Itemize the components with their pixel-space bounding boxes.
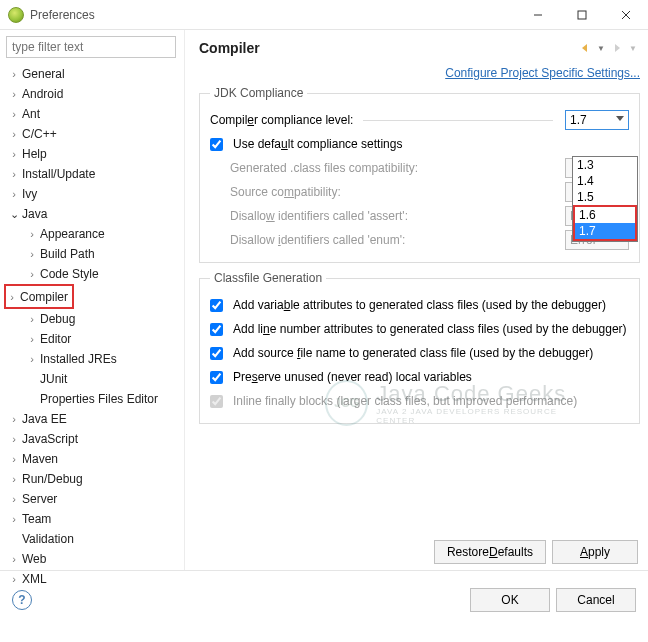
close-button[interactable] [604, 0, 648, 30]
forward-menu-icon[interactable]: ▼ [626, 41, 640, 55]
maximize-button[interactable] [560, 0, 604, 30]
chevron-right-icon[interactable]: › [8, 469, 20, 489]
chevron-right-icon[interactable]: › [26, 224, 38, 244]
dropdown-option[interactable]: 1.3 [573, 157, 637, 173]
tree-node[interactable]: ›Web [4, 549, 180, 569]
chevron-right-icon[interactable]: › [6, 287, 18, 307]
dropdown-option[interactable]: 1.5 [573, 189, 637, 205]
separator [363, 120, 553, 121]
forward-icon[interactable] [610, 41, 624, 55]
apply-button[interactable]: Apply [552, 540, 638, 564]
tree-node[interactable]: ›Debug [4, 309, 180, 329]
back-menu-icon[interactable]: ▼ [594, 41, 608, 55]
tree-node[interactable]: ›Build Path [4, 244, 180, 264]
tree-node[interactable]: JUnit [4, 369, 180, 389]
settings-page: Compiler ▼ ▼ Configure Project Specific … [185, 30, 648, 570]
tree-node[interactable]: ›Android [4, 84, 180, 104]
compliance-select[interactable]: 1.7 [565, 110, 629, 130]
tree-node[interactable]: ›Ant [4, 104, 180, 124]
chevron-right-icon[interactable]: › [8, 509, 20, 529]
dropdown-highlight-box: 1.6 1.7 [573, 205, 637, 241]
chevron-right-icon[interactable]: › [26, 244, 38, 264]
window-title: Preferences [30, 8, 516, 22]
chevron-right-icon[interactable]: › [8, 164, 20, 184]
preferences-tree[interactable]: ›General›Android›Ant›C/C++›Help›Install/… [4, 64, 180, 589]
source-label: Source compatibility: [230, 185, 341, 199]
tree-node[interactable]: ›Code Style [4, 264, 180, 284]
jdk-legend: JDK Compliance [210, 86, 307, 100]
preserve-checkbox[interactable] [210, 371, 223, 384]
minimize-button[interactable] [516, 0, 560, 30]
page-header: Compiler ▼ ▼ [199, 34, 640, 62]
main-content: ›General›Android›Ant›C/C++›Help›Install/… [0, 30, 648, 570]
tree-node[interactable]: ›Installed JREs [4, 349, 180, 369]
tree-node-label: JavaScript [20, 429, 80, 449]
add-line-label: Add line number attributes to generated … [233, 322, 627, 336]
tree-node[interactable]: ›Java EE [4, 409, 180, 429]
tree-node[interactable]: ›C/C++ [4, 124, 180, 144]
chevron-right-icon[interactable]: › [26, 349, 38, 369]
tree-node[interactable]: ⌄Java [4, 204, 180, 224]
tree-node[interactable]: ›Team [4, 509, 180, 529]
dropdown-option-selected[interactable]: 1.7 [575, 223, 635, 239]
preserve-label: Preserve unused (never read) local varia… [233, 370, 472, 384]
tree-node[interactable]: ›Install/Update [4, 164, 180, 184]
chevron-right-icon[interactable]: › [26, 264, 38, 284]
chevron-right-icon[interactable]: › [8, 144, 20, 164]
tree-node[interactable]: Properties Files Editor [4, 389, 180, 409]
assert-label: Disallow identifiers called 'assert': [230, 209, 408, 223]
chevron-right-icon[interactable]: › [8, 549, 20, 569]
chevron-right-icon[interactable]: › [8, 409, 20, 429]
generated-row: Generated .class files compatibility: [210, 156, 629, 180]
compliance-dropdown[interactable]: 1.3 1.4 1.5 1.6 1.7 [572, 156, 638, 242]
chevron-right-icon[interactable]: › [8, 429, 20, 449]
chevron-right-icon[interactable]: › [8, 64, 20, 84]
chevron-down-icon[interactable]: ⌄ [8, 204, 20, 224]
help-icon[interactable]: ? [12, 590, 32, 610]
source-row: Source compatibility: [210, 180, 629, 204]
back-icon[interactable] [578, 41, 592, 55]
tree-node[interactable]: ›Compiler [6, 287, 70, 307]
tree-node[interactable]: ›Appearance [4, 224, 180, 244]
tree-node[interactable]: ›General [4, 64, 180, 84]
tree-node-label: Debug [38, 309, 77, 329]
tree-node[interactable]: ›XML [4, 569, 180, 589]
restore-defaults-button[interactable]: Restore Defaults [434, 540, 546, 564]
chevron-right-icon[interactable]: › [8, 104, 20, 124]
tree-node[interactable]: ›JavaScript [4, 429, 180, 449]
dropdown-option[interactable]: 1.6 [575, 207, 635, 223]
configure-project-link[interactable]: Configure Project Specific Settings... [445, 66, 640, 80]
ok-button[interactable]: OK [470, 588, 550, 612]
add-line-checkbox[interactable] [210, 323, 223, 336]
tree-node[interactable]: ›Ivy [4, 184, 180, 204]
tree-node[interactable]: ›Run/Debug [4, 469, 180, 489]
tree-node-label: Appearance [38, 224, 107, 244]
tree-node-label: XML [20, 569, 49, 589]
tree-node[interactable]: ›Help [4, 144, 180, 164]
tree-node[interactable]: ›Maven [4, 449, 180, 469]
chevron-right-icon[interactable]: › [8, 449, 20, 469]
cancel-button[interactable]: Cancel [556, 588, 636, 612]
tree-node[interactable]: Validation [4, 529, 180, 549]
filter-input[interactable] [6, 36, 176, 58]
enum-label: Disallow identifiers called 'enum': [230, 233, 405, 247]
dropdown-option[interactable]: 1.4 [573, 173, 637, 189]
compliance-label: Compiler compliance level: [210, 113, 353, 127]
tree-node-label: Ant [20, 104, 42, 124]
tree-node-label: Run/Debug [20, 469, 85, 489]
chevron-right-icon[interactable]: › [8, 569, 20, 589]
tree-node-label: Editor [38, 329, 73, 349]
add-source-checkbox[interactable] [210, 347, 223, 360]
add-var-checkbox[interactable] [210, 299, 223, 312]
tree-node-label: Team [20, 509, 53, 529]
use-default-checkbox[interactable] [210, 138, 223, 151]
chevron-right-icon[interactable]: › [8, 124, 20, 144]
chevron-right-icon[interactable]: › [8, 489, 20, 509]
chevron-right-icon[interactable]: › [8, 84, 20, 104]
chevron-right-icon[interactable]: › [26, 309, 38, 329]
chevron-right-icon[interactable]: › [26, 329, 38, 349]
chevron-right-icon[interactable]: › [8, 184, 20, 204]
add-line-row: Add line number attributes to generated … [210, 317, 629, 341]
tree-node[interactable]: ›Server [4, 489, 180, 509]
tree-node[interactable]: ›Editor [4, 329, 180, 349]
